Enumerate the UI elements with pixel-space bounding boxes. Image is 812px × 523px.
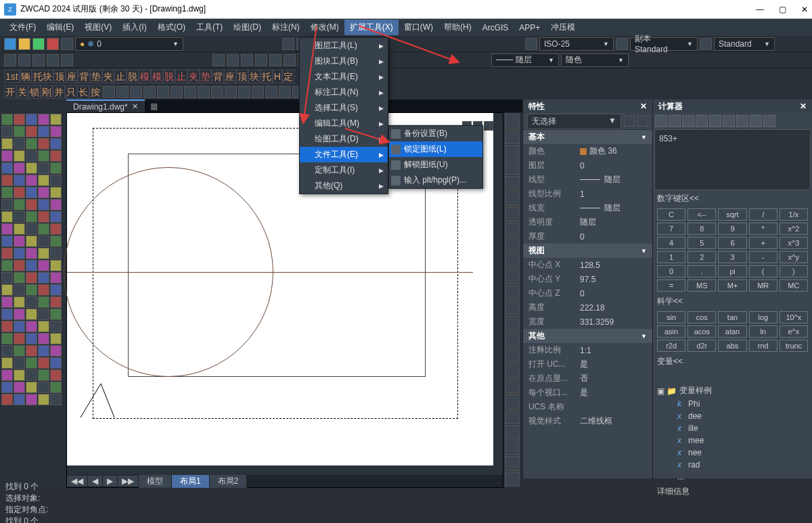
- char-只[interactable]: 只: [65, 85, 77, 99]
- toolbox-icon[interactable]: [26, 321, 37, 332]
- rtool-icon[interactable]: [505, 456, 520, 471]
- new-tab-button[interactable]: ▦: [145, 100, 163, 112]
- tool-icon[interactable]: [61, 38, 73, 50]
- key-asin[interactable]: asin: [657, 325, 685, 338]
- menuitem-文件工具(E)[interactable]: 文件工具(E)▶: [300, 147, 388, 162]
- calc-tool-icon[interactable]: [736, 115, 748, 127]
- toolbox-icon[interactable]: [1, 248, 13, 259]
- char-座[interactable]: 座: [66, 70, 78, 83]
- toolbox-icon[interactable]: [14, 248, 25, 259]
- calc-display[interactable]: 853+: [654, 129, 811, 190]
- calc-tool-icon[interactable]: [709, 115, 721, 127]
- key-=[interactable]: =: [657, 279, 685, 292]
- toolbox-icon[interactable]: [50, 272, 62, 283]
- toolbox-icon[interactable]: [50, 357, 62, 369]
- key-9[interactable]: 9: [718, 223, 746, 235]
- tool-icon[interactable]: [616, 38, 628, 50]
- key-x^2[interactable]: x^2: [780, 223, 808, 235]
- toolbox-icon[interactable]: [26, 296, 37, 308]
- toolbox-icon[interactable]: [38, 394, 49, 405]
- toolbox-icon[interactable]: [14, 272, 25, 283]
- tool-icon[interactable]: [4, 38, 16, 50]
- calc-tool-icon[interactable]: [696, 115, 708, 127]
- toolbox-icon[interactable]: [38, 162, 49, 174]
- tool-icon[interactable]: [32, 54, 45, 66]
- char-锁[interactable]: 锁: [28, 85, 41, 99]
- section-details[interactable]: 详细信息: [653, 483, 812, 500]
- toolbox-icon[interactable]: [50, 394, 62, 405]
- menu-帮助(H)[interactable]: 帮助(H): [438, 20, 477, 35]
- menuitem-图层工具(L)[interactable]: 图层工具(L)▶: [300, 38, 388, 53]
- layout-tab-布局1[interactable]: 布局1: [172, 475, 210, 488]
- prop-row[interactable]: 线型随层: [523, 173, 652, 187]
- key-<--[interactable]: <--: [687, 208, 716, 221]
- tool-icon[interactable]: [198, 86, 210, 98]
- layer-combo[interactable]: ●❄0▼: [75, 37, 183, 51]
- tool-icon[interactable]: [184, 86, 196, 98]
- layout-nav-prev1[interactable]: ◀: [88, 476, 103, 486]
- var-tool-icon[interactable]: [683, 371, 694, 382]
- toolbox-icon[interactable]: [50, 150, 62, 162]
- prop-row[interactable]: 中心点 Z0: [523, 286, 652, 300]
- prop-row[interactable]: 中心点 Y97.5: [523, 272, 652, 286]
- toolbox-icon[interactable]: [14, 394, 25, 405]
- toolbox-icon[interactable]: [14, 333, 25, 344]
- rtool-icon[interactable]: [505, 207, 520, 222]
- char-止[interactable]: 止: [175, 70, 187, 83]
- toolbox-icon[interactable]: [14, 260, 25, 271]
- tool-icon[interactable]: [700, 38, 712, 50]
- key-x^3[interactable]: x^3: [780, 237, 808, 249]
- char-托[interactable]: 托: [261, 70, 273, 83]
- tool-icon[interactable]: [18, 54, 30, 66]
- key-d2r[interactable]: d2r: [687, 340, 716, 352]
- toolbox-icon[interactable]: [14, 175, 25, 186]
- toolbox-icon[interactable]: [26, 272, 37, 283]
- prop-row[interactable]: 在原点显...否: [523, 371, 652, 386]
- var-rad[interactable]: xrad: [653, 459, 812, 471]
- toolbox-icon[interactable]: [50, 114, 62, 125]
- toolbox-icon[interactable]: [26, 345, 37, 357]
- char-背[interactable]: 背: [78, 70, 90, 83]
- prop-row[interactable]: 宽度331.3259: [523, 315, 652, 329]
- toolbox-icon[interactable]: [38, 223, 49, 235]
- tool-icon[interactable]: [143, 86, 156, 98]
- char-长[interactable]: 长: [77, 85, 89, 99]
- menuitem-图块工具(B)[interactable]: 图块工具(B)▶: [300, 53, 388, 69]
- rtool-icon[interactable]: [505, 363, 520, 378]
- menu-窗口(W)[interactable]: 窗口(W): [399, 20, 438, 35]
- key-sqrt[interactable]: sqrt: [718, 208, 746, 221]
- char-托块[interactable]: 托块: [32, 70, 53, 83]
- char-背[interactable]: 背: [212, 70, 224, 83]
- menuitem-锁定图纸(L)[interactable]: 锁定图纸(L): [389, 141, 482, 157]
- toolbox-icon[interactable]: [26, 309, 37, 320]
- tool-icon[interactable]: [47, 54, 59, 66]
- char-开[interactable]: 开: [4, 85, 16, 99]
- toolbox-icon[interactable]: [26, 138, 37, 150]
- toolbox-icon[interactable]: [1, 309, 13, 320]
- properties-close-icon[interactable]: ✕: [640, 101, 647, 111]
- key-.[interactable]: .: [687, 265, 716, 277]
- key--[interactable]: -: [749, 251, 777, 263]
- toolbox-icon[interactable]: [50, 248, 62, 259]
- toolbox-icon[interactable]: [14, 309, 25, 320]
- tool-icon[interactable]: [252, 86, 264, 98]
- toolbox-icon[interactable]: [26, 223, 37, 235]
- key-2[interactable]: 2: [687, 251, 716, 263]
- tool-icon[interactable]: [255, 54, 267, 66]
- var-tool-icon[interactable]: [670, 371, 681, 382]
- key-4[interactable]: 4: [657, 237, 685, 249]
- tool-icon[interactable]: [130, 86, 142, 98]
- rtool-icon[interactable]: [505, 254, 520, 269]
- tool-icon[interactable]: [282, 38, 294, 50]
- calc-tool-icon[interactable]: [763, 115, 775, 127]
- key-sin[interactable]: sin: [657, 311, 685, 323]
- toolbox-icon[interactable]: [50, 284, 62, 296]
- char-脱[interactable]: 脱: [127, 70, 139, 83]
- key-C[interactable]: C: [657, 208, 685, 221]
- toolbox-icon[interactable]: [50, 199, 62, 210]
- char-顶[interactable]: 顶: [236, 70, 248, 83]
- rtool-icon[interactable]: [505, 347, 520, 362]
- toolbox-icon[interactable]: [38, 187, 49, 198]
- viewport-icon[interactable]: [484, 121, 493, 131]
- tool-icon[interactable]: [32, 38, 45, 50]
